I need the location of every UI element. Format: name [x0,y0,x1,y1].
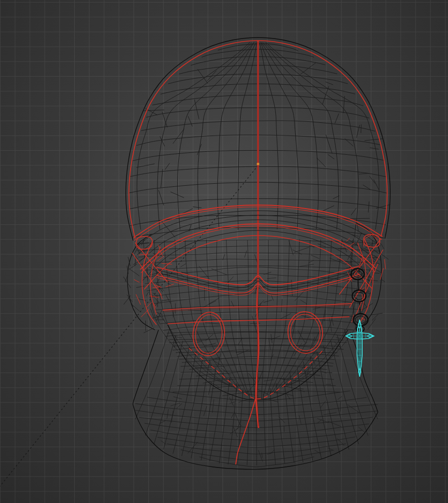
viewport-canvas [0,0,448,503]
viewport-grid [0,0,448,503]
object-origin-point [257,162,259,165]
3d-viewport[interactable] [0,0,448,503]
